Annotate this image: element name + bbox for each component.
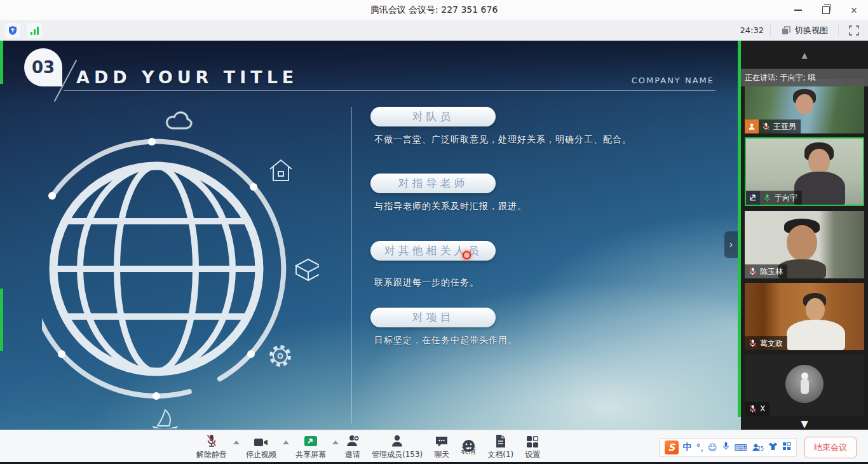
- section-desc: 与指导老师的关系及时汇报，跟进。: [374, 201, 527, 212]
- invite-person-icon: [346, 434, 360, 448]
- mic-muted-icon: [749, 339, 757, 348]
- window-title: 腾讯会议 会议号: 227 351 676: [370, 4, 498, 16]
- scroll-down-button[interactable]: ▼: [741, 418, 868, 430]
- participant-avatar: [785, 365, 824, 403]
- docs-button[interactable]: 文档(1): [487, 434, 513, 460]
- share-options-caret[interactable]: [332, 440, 339, 444]
- ime-shirt-icon[interactable]: [768, 441, 778, 453]
- manage-members-button[interactable]: 管理成员(153): [372, 434, 423, 460]
- slide-section: 对项目 目标坚定，在任务中起带头作用。: [370, 308, 726, 371]
- apps-grid-icon: [526, 434, 539, 448]
- ime-keyboard-icon[interactable]: ⌨: [735, 442, 747, 453]
- participant-tile[interactable]: X: [745, 355, 864, 416]
- mic-on-icon: [763, 193, 771, 202]
- ime-punctuation[interactable]: °,: [696, 442, 703, 453]
- section-pill: 对其他相关人员: [370, 241, 496, 261]
- section-pill: 对项目: [370, 308, 496, 327]
- sidebar-collapse-handle[interactable]: ›: [724, 231, 738, 258]
- divider: [838, 25, 839, 36]
- end-meeting-button[interactable]: 结束会议: [804, 437, 857, 458]
- slide-title: ADD YOUR TITLE: [76, 67, 298, 87]
- slide-number-pin: 03: [24, 48, 62, 86]
- window-controls: ✕: [784, 0, 868, 20]
- ime-skin-person-icon[interactable]: 25: [752, 443, 764, 452]
- slide-company-name: COMPANY NAME: [632, 76, 714, 85]
- participant-name: X: [760, 404, 765, 413]
- participant-tile[interactable]: 王亚男: [745, 79, 864, 133]
- ime-toolbox-icon[interactable]: [782, 441, 791, 453]
- minimize-icon: [794, 10, 802, 11]
- share-screen-button[interactable]: 共享屏幕: [295, 434, 326, 460]
- audio-options-caret[interactable]: [233, 440, 240, 444]
- mic-muted-icon: [762, 122, 770, 131]
- share-border-left: [0, 41, 3, 84]
- slide-section: 对队员 不做一言堂、广泛听取意见，处理好关系，明确分工、配合。: [370, 107, 726, 170]
- switch-view-button[interactable]: 切换视图: [777, 25, 832, 36]
- laser-pointer-dot: [463, 251, 471, 259]
- slide-header-rule: [64, 90, 715, 91]
- house-icon: [270, 160, 292, 181]
- section-desc: 不做一言堂、广泛听取意见，处理好关系，明确分工、配合。: [374, 134, 632, 146]
- divider: [770, 25, 771, 36]
- mic-muted-icon: [749, 267, 757, 276]
- share-screen-icon: [304, 434, 318, 448]
- slide-vertical-divider: [351, 107, 352, 423]
- switch-view-icon: [781, 25, 791, 36]
- camera-icon: [254, 434, 269, 448]
- minimize-button[interactable]: [784, 0, 812, 20]
- scroll-down-icon: ▼: [801, 418, 808, 430]
- scroll-up-icon: ▲: [801, 51, 807, 60]
- ime-toolbar: S 中 °, ☺ ⌨ 25: [659, 438, 797, 457]
- user-badge-icon: [745, 119, 759, 133]
- participant-name: 王亚男: [773, 121, 796, 132]
- emoji-button[interactable]: 表情: [461, 439, 476, 456]
- chat-bubble-icon: [435, 434, 449, 448]
- close-icon: ✕: [851, 6, 858, 15]
- network-signal-icon[interactable]: [27, 23, 42, 38]
- participants-sidebar: ▲ 正在讲话: 于向宇; 哦 王亚男: [741, 41, 868, 430]
- tencent-meeting-window: 腾讯会议 会议号: 227 351 676 ✕ 24:32 切换视图: [0, 0, 868, 464]
- scroll-up-button[interactable]: ▲: [741, 51, 868, 60]
- section-desc: 联系跟进每一步的任务。: [374, 277, 479, 289]
- cloud-icon: [166, 113, 191, 128]
- chevron-right-icon: ›: [729, 239, 733, 250]
- settings-button[interactable]: 设置: [525, 434, 540, 460]
- participant-tile-speaking[interactable]: 于向宇: [745, 137, 864, 206]
- stop-video-button[interactable]: 停止视频: [246, 434, 276, 460]
- restore-icon: [822, 6, 830, 14]
- open-box-icon: [296, 259, 319, 280]
- close-button[interactable]: ✕: [840, 0, 868, 20]
- fullscreen-icon: [849, 25, 859, 36]
- screen-share-badge-icon: [746, 191, 760, 205]
- ime-mode-chinese[interactable]: 中: [683, 442, 692, 453]
- section-desc: 目标坚定，在任务中起带头作用。: [374, 335, 517, 346]
- participant-tile[interactable]: 陈玉林: [745, 211, 864, 278]
- sogou-logo-icon[interactable]: S: [665, 440, 679, 454]
- chat-button[interactable]: 聊天: [434, 434, 449, 460]
- titlebar: 腾讯会议 会议号: 227 351 676 ✕: [0, 0, 868, 20]
- meeting-timer: 24:32: [740, 25, 764, 35]
- speaking-banner: 正在讲话: 于向宇; 哦: [741, 69, 868, 86]
- unmute-button[interactable]: 解除静音: [196, 434, 227, 460]
- ime-emoji-icon[interactable]: ☺: [708, 442, 717, 453]
- share-border-left: [0, 289, 3, 351]
- section-pill: 对队员: [370, 107, 496, 126]
- shared-screen-slide: 03 ADD YOUR TITLE COMPANY NAME: [0, 41, 741, 430]
- sailboat-icon: [154, 410, 177, 428]
- slide-section: 对指导老师 与指导老师的关系及时汇报，跟进。: [370, 174, 726, 237]
- globe-graphic: [42, 109, 319, 428]
- document-icon: [495, 434, 506, 448]
- section-pill: 对指导老师: [370, 174, 496, 193]
- ime-voice-icon[interactable]: [722, 441, 730, 453]
- participant-name: 陈玉林: [760, 266, 783, 277]
- fullscreen-button[interactable]: [845, 23, 863, 38]
- maximize-restore-button[interactable]: [812, 0, 840, 20]
- mic-muted-icon: [205, 434, 218, 448]
- meeting-statusbar: 24:32 切换视图: [0, 20, 868, 41]
- security-shield-icon[interactable]: [5, 23, 20, 38]
- invite-button[interactable]: 邀请: [345, 434, 360, 460]
- video-options-caret[interactable]: [283, 440, 289, 444]
- participant-tile[interactable]: 葛文政: [745, 283, 864, 350]
- participant-name: 葛文政: [760, 338, 783, 349]
- members-icon: [390, 434, 404, 448]
